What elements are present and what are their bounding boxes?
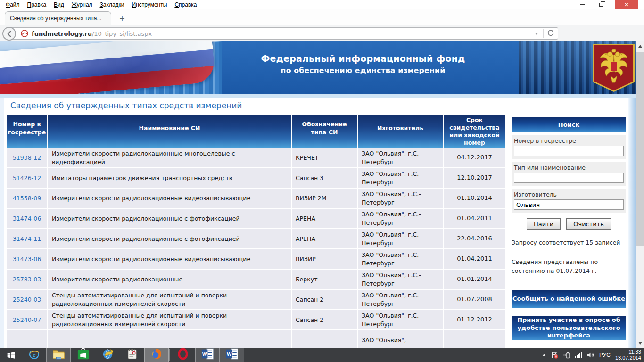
scroll-down-icon[interactable] [636,339,644,347]
cell-num[interactable]: 31473-06 [7,249,47,269]
taskbar-app-word[interactable]: W [220,348,244,362]
windows-store-icon [77,348,89,362]
start-button[interactable] [0,348,22,362]
menu-item[interactable]: Закладки [96,0,128,9]
menu-item[interactable]: Справка [171,0,200,9]
url-bar[interactable]: fundmetrology.ru/10_tipy_si/list.aspx [10,27,558,40]
cell-type: КРЕЧЕТ [292,148,357,167]
type-field-input[interactable] [514,173,624,183]
tab-title: Сведения об утвержденных типа... [10,15,101,22]
maker-field-input[interactable] [514,199,624,210]
cell-type: Беркут [292,270,357,289]
svg-text:W: W [227,351,232,357]
banner-separator [0,94,636,98]
menu-item[interactable]: Журнал [68,0,96,9]
taskbar-app-firefox[interactable] [144,348,169,362]
banner-title-line2: по обеспечению единства измерений [222,66,504,75]
tab-bar: Сведения об утвержденных типа... + [0,9,644,25]
cell-num[interactable]: 31474-11 [7,229,47,248]
number-field-input[interactable] [514,146,624,156]
opera-icon [177,348,189,362]
word-icon: W [201,348,214,362]
cell-maker: ЗАО "Ольвия", г.С.-Петербург [358,209,443,228]
cell-type: Сапсан 2 [292,290,357,309]
menu-item[interactable]: Файл [2,0,24,9]
cell-num[interactable]: 41558-09 [7,189,47,208]
cell-date: 12.10.2017 [444,168,505,188]
table-row: 51426-12Имитаторы параметров движения тр… [7,168,505,189]
find-button[interactable]: Найти [527,218,561,230]
window-minimize-button[interactable] [574,0,590,9]
volume-icon[interactable] [586,351,594,359]
cell-maker: ЗАО "Ольвия", г.С.-Петербург [358,310,443,329]
browser-scrollbar[interactable] [636,41,644,348]
page-left-border [0,98,4,348]
cell-num [7,330,47,348]
table-body: 51938-12Измерители скорости радиолокацио… [7,148,505,348]
tray-expand-icon[interactable] [542,354,546,356]
table-row: 31474-06Измерители скорости радиолокацио… [7,209,505,229]
menu-item[interactable]: Вид [50,0,68,9]
cell-maker: ЗАО "Ольвия", г.С.-Петербург [358,270,443,289]
scroll-up-icon[interactable] [636,42,644,50]
cell-maker: ЗАО "Ольвия", г.С.-Петербург [358,290,443,309]
restore-icon [599,3,603,7]
menu-item[interactable]: Правка [24,0,50,9]
double-eagle-icon [597,49,630,87]
action-center-flag-icon[interactable] [551,351,559,359]
clear-button[interactable]: Очистить [566,218,611,230]
taskbar-app-opera[interactable] [171,348,195,362]
new-tab-button[interactable]: + [117,14,127,24]
tab-active[interactable]: Сведения об утвержденных типа... [5,11,111,25]
cell-type: Сапсан 3 [292,168,357,188]
clock-time: 11:33 [615,349,641,355]
url-dropdown-icon[interactable] [535,33,538,35]
scrollbar-thumb[interactable] [636,52,644,246]
back-button[interactable] [2,27,16,41]
cell-type: ВИЗИР [292,249,357,269]
banner-title: Федеральный информационный фонд по обесп… [222,53,504,75]
survey-button[interactable]: Принять участие в опросе об удобстве пол… [512,316,626,340]
update-globe-icon [102,348,114,362]
report-error-button[interactable]: Сообщить о найденной ошибке [512,290,626,308]
taskbar-app-windows-store[interactable] [71,348,95,362]
taskbar: eWW РУС 11:33 13.07.2014 [0,348,644,362]
taskbar-apps: eWW [22,348,244,362]
language-indicator[interactable]: РУС [599,352,611,358]
cell-num[interactable]: 51938-12 [7,148,47,167]
table-row: 25240-03Стенды автоматизированные для ис… [7,290,505,310]
cell-maker: ЗАО "Ольвия", г.С.-Петербург [358,229,443,248]
network-signal-icon[interactable] [575,352,582,358]
cell-date: 01.01.2014 [444,270,505,289]
coat-of-arms-icon [593,44,635,92]
cell-num[interactable]: 25240-03 [7,290,47,309]
cell-name: Измерители скорости радиолокационные [48,270,291,289]
taskbar-app-calendar[interactable] [120,348,144,362]
data-status-text: Сведения представлены по состоянию на 01… [512,257,626,276]
table-row: 51938-12Измерители скорости радиолокацио… [7,148,505,168]
cell-num[interactable]: 25240-07 [7,310,47,329]
clock[interactable]: 11:33 13.07.2014 [615,349,641,361]
table-row: 31473-06Измерители скорости радиолокацио… [7,249,505,270]
taskbar-app-word[interactable]: W [195,348,220,362]
cell-num[interactable]: 51426-12 [7,168,47,188]
taskbar-app-internet-explorer[interactable]: e [22,348,46,362]
cell-name: Измерители скорости радиолокационные вид… [48,249,291,269]
power-battery-icon[interactable] [563,351,570,359]
page-content: Сведения об утвержденных типах средств и… [0,98,636,348]
taskbar-app-file-explorer[interactable] [46,348,71,362]
type-field-label: Тип или наименование [514,164,624,171]
cell-name: Измерители скорости радиолокационные вид… [48,189,291,208]
window-restore-button[interactable] [592,0,610,9]
file-explorer-icon [52,349,65,362]
window-close-button[interactable]: ✕ [615,0,638,9]
menu-item[interactable]: Инструменты [128,0,171,9]
cell-num[interactable]: 25783-03 [7,270,47,289]
taskbar-app-update-globe[interactable] [95,348,120,362]
maker-field-label: Изготовитель [514,191,624,198]
cell-num[interactable]: 31474-06 [7,209,47,228]
cell-date: 01.10.2014 [444,189,505,208]
cell-name [48,330,291,348]
cell-name: Измерители скорости радиолокационные с ф… [48,209,291,228]
reload-icon[interactable] [546,29,555,38]
